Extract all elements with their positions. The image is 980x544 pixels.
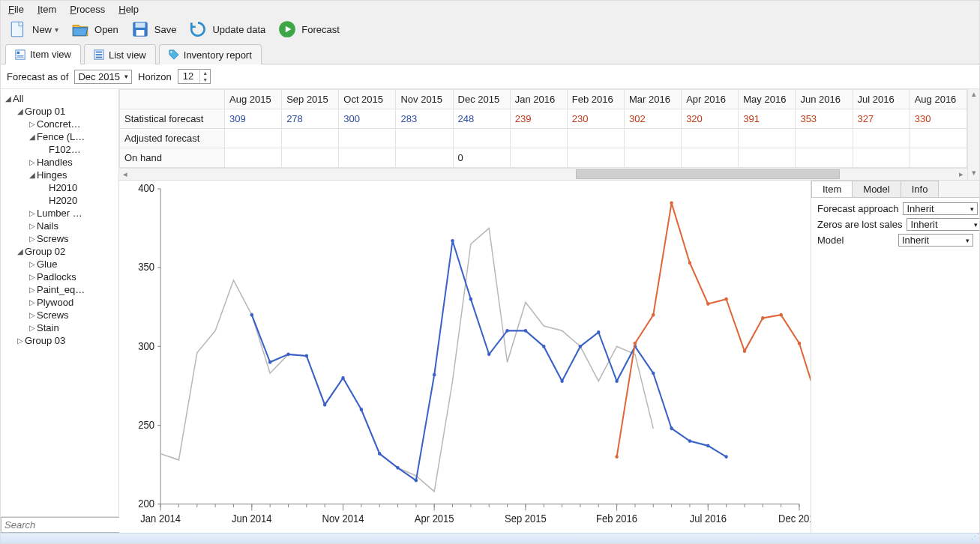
menu-file[interactable]: File xyxy=(8,4,24,15)
forecast-button[interactable]: Forecast xyxy=(277,19,340,39)
grid-month-header[interactable]: Sep 2015 xyxy=(282,90,339,109)
grid-month-header[interactable]: Oct 2015 xyxy=(339,90,396,109)
grid-cell[interactable] xyxy=(853,129,910,148)
tree-node[interactable]: ▷Screws xyxy=(2,309,117,321)
tab-list-view[interactable]: List view xyxy=(84,44,156,64)
tree-node[interactable]: ▷Handles xyxy=(2,156,117,169)
grid-cell[interactable] xyxy=(567,148,624,168)
tree-node[interactable]: ▷Nails xyxy=(2,220,117,232)
horizon-down[interactable]: ▼ xyxy=(200,76,210,83)
menu-help[interactable]: Help xyxy=(118,4,139,15)
model-select[interactable]: Inherit▾ xyxy=(898,234,973,247)
tree-leaf[interactable]: H2020 xyxy=(2,194,117,207)
grid-cell[interactable] xyxy=(910,148,967,168)
tree-node[interactable]: ◢Fence (L… xyxy=(2,130,117,143)
grid-cell[interactable] xyxy=(396,148,453,168)
grid-cell[interactable]: 320 xyxy=(682,109,739,129)
grid-cell[interactable] xyxy=(225,148,282,168)
zeros-select[interactable]: Inherit▾ xyxy=(907,218,979,231)
grid-cell[interactable] xyxy=(853,148,910,168)
grid-cell[interactable]: 309 xyxy=(225,109,282,129)
grid-month-header[interactable]: May 2016 xyxy=(739,90,796,109)
tree-node-all[interactable]: ◢All xyxy=(2,92,117,105)
grid-horizontal-scrollbar[interactable]: ◂ ▸ xyxy=(119,168,967,180)
grid-month-header[interactable]: Apr 2016 xyxy=(682,90,739,109)
as-of-select[interactable]: Dec 2015 ▾ xyxy=(74,70,132,84)
grid-cell[interactable]: 283 xyxy=(396,109,453,129)
grid-month-header[interactable]: Aug 2015 xyxy=(225,90,282,109)
grid-month-header[interactable]: Dec 2015 xyxy=(453,90,510,109)
grid-cell[interactable] xyxy=(910,129,967,148)
horizon-spinner[interactable]: 12 ▲ ▼ xyxy=(178,69,211,84)
grid-cell[interactable]: 327 xyxy=(853,109,910,129)
grid-cell[interactable] xyxy=(567,129,624,148)
grid-month-header[interactable]: Jul 2016 xyxy=(853,90,910,109)
menu-item[interactable]: Item xyxy=(37,4,56,15)
tree-node[interactable]: ▷Paint_eq… xyxy=(2,283,117,296)
grid-cell[interactable] xyxy=(396,129,453,148)
grid-cell[interactable] xyxy=(796,129,853,148)
search-input[interactable] xyxy=(1,517,134,533)
grid-cell[interactable]: 300 xyxy=(339,109,396,129)
grid-cell[interactable] xyxy=(282,129,339,148)
grid-month-header[interactable]: Aug 2016 xyxy=(910,90,967,109)
grid-month-header[interactable]: Jun 2016 xyxy=(796,90,853,109)
approach-select[interactable]: Inherit▾ xyxy=(903,202,978,215)
new-button[interactable]: New ▾ xyxy=(8,19,58,39)
grid-cell[interactable] xyxy=(624,129,681,148)
grid-month-header[interactable]: Mar 2016 xyxy=(624,90,681,109)
tree-node-group01[interactable]: ◢Group 01 xyxy=(2,105,117,118)
grid-cell[interactable]: 391 xyxy=(739,109,796,129)
grid-cell[interactable] xyxy=(510,148,567,168)
tree-node[interactable]: ▷Concret… xyxy=(2,118,117,130)
grid-cell[interactable] xyxy=(225,129,282,148)
side-tab-model[interactable]: Model xyxy=(852,181,901,197)
grid-month-header[interactable]: Nov 2015 xyxy=(396,90,453,109)
tree-node[interactable]: ▷Plywood xyxy=(2,296,117,309)
tree-node[interactable]: ▷Stain xyxy=(2,321,117,334)
update-data-button[interactable]: Update data xyxy=(188,19,265,39)
grid-cell[interactable]: 0 xyxy=(453,148,510,168)
grid-cell[interactable] xyxy=(739,148,796,168)
tree-node[interactable]: ▷Screws xyxy=(2,232,117,245)
horizon-up[interactable]: ▲ xyxy=(200,70,210,76)
tree[interactable]: ◢All ◢Group 01 ▷Concret… ◢Fence (L… F102… xyxy=(1,89,118,516)
grid-vertical-scrollbar[interactable]: ▴ ▾ xyxy=(967,89,979,180)
grid-cell[interactable] xyxy=(739,129,796,148)
tree-leaf[interactable]: H2010 xyxy=(2,181,117,194)
grid-cell[interactable]: 330 xyxy=(910,109,967,129)
grid-cell[interactable]: 353 xyxy=(796,109,853,129)
side-tab-item[interactable]: Item xyxy=(811,181,853,197)
tree-node[interactable]: ▷Lumber … xyxy=(2,207,117,220)
forecast-chart[interactable]: 200250300350400Jan 2014Jun 2014Nov 2014A… xyxy=(119,181,811,533)
grid-cell[interactable] xyxy=(510,129,567,148)
grid-cell[interactable]: 239 xyxy=(510,109,567,129)
grid-cell[interactable] xyxy=(624,148,681,168)
grid-cell[interactable] xyxy=(339,148,396,168)
side-tab-info[interactable]: Info xyxy=(901,181,940,197)
tree-node[interactable]: ◢Hinges xyxy=(2,169,117,181)
grid-cell[interactable] xyxy=(339,129,396,148)
grid-cell[interactable]: 230 xyxy=(567,109,624,129)
tree-node[interactable]: ▷Padlocks xyxy=(2,271,117,283)
grid-cell[interactable] xyxy=(682,129,739,148)
grid-cell[interactable] xyxy=(682,148,739,168)
tree-node-group02[interactable]: ◢Group 02 xyxy=(2,245,117,258)
tab-item-view[interactable]: Item view xyxy=(5,44,81,64)
tree-leaf[interactable]: F102… xyxy=(2,143,117,156)
open-button[interactable]: Open xyxy=(70,19,118,39)
grid-cell[interactable]: 278 xyxy=(282,109,339,129)
tab-inventory-report[interactable]: Inventory report xyxy=(159,44,262,64)
grid-cell[interactable] xyxy=(453,129,510,148)
grid-month-header[interactable]: Jan 2016 xyxy=(510,90,567,109)
tree-node[interactable]: ▷Glue xyxy=(2,258,117,271)
menu-process[interactable]: Process xyxy=(70,4,105,15)
grid-cell[interactable]: 302 xyxy=(624,109,681,129)
grid-cell[interactable] xyxy=(796,148,853,168)
grid-cell[interactable] xyxy=(282,148,339,168)
grid-cell[interactable]: 248 xyxy=(453,109,510,129)
tree-node-group03[interactable]: ▷Group 03 xyxy=(2,334,117,347)
grid-month-header[interactable]: Feb 2016 xyxy=(567,90,624,109)
save-button[interactable]: Save xyxy=(130,19,177,39)
resize-grip-icon[interactable]: ⋰ xyxy=(971,532,978,542)
